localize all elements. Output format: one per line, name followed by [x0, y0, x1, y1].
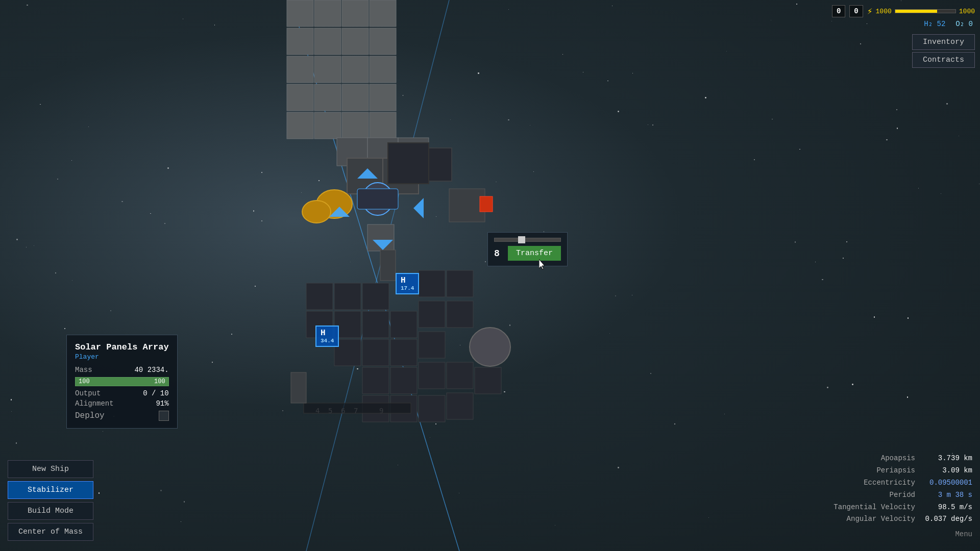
svg-rect-7: [314, 0, 341, 27]
svg-rect-32: [357, 189, 398, 209]
build-mode-button[interactable]: Build Mode: [8, 502, 93, 520]
counter-1: 0: [832, 5, 845, 17]
energy-bar-container: ⚡ 1000 1000: [867, 6, 975, 17]
svg-rect-54: [390, 367, 417, 394]
tangential-value: 98.5 m/s: [921, 502, 972, 514]
hydrogen-label-2: H 34.4: [315, 325, 339, 347]
svg-rect-10: [314, 84, 341, 111]
svg-rect-16: [342, 112, 369, 139]
period-label: Period: [890, 489, 915, 502]
transfer-slider[interactable]: [494, 238, 561, 242]
svg-rect-56: [447, 362, 473, 389]
health-bar: 100 100: [75, 377, 169, 386]
transfer-bottom-row: 8 Transfer: [494, 246, 561, 261]
ship-viewport: 4 5 6 7 9: [0, 0, 980, 551]
svg-rect-38: [334, 283, 361, 310]
hydrogen-label-1: H 17.4: [396, 273, 419, 294]
svg-rect-39: [362, 283, 389, 310]
panel-owner: Player: [75, 353, 169, 361]
health-track: 100 100: [75, 377, 169, 386]
svg-rect-17: [370, 0, 396, 27]
svg-rect-60: [419, 395, 445, 422]
apoapsis-value: 3.739 km: [921, 453, 972, 465]
resource-bar: 0 0 ⚡ 1000 1000: [832, 5, 975, 17]
apoapsis-row: Apoapsis 3.739 km: [834, 453, 972, 465]
svg-rect-51: [419, 332, 445, 358]
svg-rect-71: [304, 403, 411, 413]
panel-title: Solar Panels Array: [75, 342, 169, 352]
angular-value: 0.037 deg/s: [921, 513, 972, 525]
svg-rect-34: [480, 196, 493, 212]
ship-svg: 4 5 6 7 9: [0, 0, 980, 551]
svg-rect-9: [314, 56, 341, 83]
svg-rect-15: [342, 84, 369, 111]
mass-label: Mass: [75, 366, 92, 374]
periapsis-value: 3.09 km: [921, 465, 972, 477]
angular-label: Angular Velocity: [847, 513, 915, 525]
transfer-value: 8: [494, 248, 500, 259]
output-row: Output 0 / 10: [75, 389, 169, 397]
gas-resources: H₂ 52 O₂ 0: [924, 19, 975, 28]
mass-row: Mass 40 2334.: [75, 366, 169, 374]
svg-rect-13: [342, 28, 369, 55]
svg-rect-55: [419, 362, 445, 389]
svg-rect-37: [306, 283, 333, 310]
energy-track: [895, 9, 956, 13]
top-right-hud: 0 0 ⚡ 1000 1000 H₂ 52 O₂ 0 Inventory Con…: [832, 5, 975, 68]
apoapsis-label: Apoapsis: [881, 453, 915, 465]
counter-2: 0: [849, 5, 863, 17]
orbital-info: Apoapsis 3.739 km Periapsis 3.09 km Ecce…: [834, 453, 972, 541]
energy-fill: [895, 10, 938, 13]
eccentricity-value: 0.09500001: [921, 477, 972, 489]
output-label: Output: [75, 389, 101, 397]
inventory-button[interactable]: Inventory: [912, 34, 975, 50]
top-right-buttons: Inventory Contracts: [912, 34, 975, 68]
svg-point-52: [470, 328, 510, 366]
mass-value: 40 2334.: [134, 366, 168, 374]
svg-rect-28: [388, 143, 429, 184]
svg-rect-4: [287, 56, 313, 83]
transfer-button[interactable]: Transfer: [508, 246, 561, 261]
alignment-label: Alignment: [75, 399, 114, 408]
periapsis-row: Periapsis 3.09 km: [834, 465, 972, 477]
eccentricity-label: Eccentricity: [864, 477, 915, 489]
transfer-popup: 8 Transfer: [487, 232, 568, 266]
center-of-mass-button[interactable]: Center of Mass: [8, 523, 93, 541]
svg-marker-65: [413, 198, 424, 218]
counter-2-value: 0: [854, 7, 858, 15]
svg-rect-3: [287, 28, 313, 55]
energy-right: 1000: [959, 8, 975, 15]
alignment-value: 91%: [156, 399, 168, 408]
svg-rect-44: [362, 311, 389, 338]
tangential-row: Tangential Velocity 98.5 m/s: [834, 502, 972, 514]
energy-left: 1000: [876, 8, 892, 15]
svg-point-30: [302, 201, 331, 223]
o2-label: O₂ 0: [955, 19, 973, 28]
svg-rect-2: [287, 0, 313, 27]
energy-icon: ⚡: [867, 6, 873, 17]
svg-rect-20: [370, 84, 396, 111]
svg-rect-72: [291, 372, 306, 403]
svg-rect-53: [362, 367, 389, 394]
period-value: 3 m 38 s: [921, 489, 972, 502]
svg-rect-49: [362, 339, 389, 366]
svg-rect-14: [342, 56, 369, 83]
tangential-label: Tangential Velocity: [834, 502, 915, 514]
svg-rect-36: [380, 250, 396, 281]
contracts-button[interactable]: Contracts: [912, 52, 975, 68]
svg-rect-18: [370, 28, 396, 55]
health-left: 100: [79, 378, 90, 385]
deploy-row: Deploy: [75, 411, 169, 421]
svg-rect-41: [447, 270, 473, 297]
period-row: Period 3 m 38 s: [834, 489, 972, 502]
stabilizer-button[interactable]: Stabilizer: [8, 481, 93, 499]
deploy-checkbox[interactable]: [159, 411, 169, 421]
menu-label[interactable]: Menu: [834, 529, 972, 541]
bottom-left-buttons: New Ship Stabilizer Build Mode Center of…: [8, 460, 93, 541]
svg-rect-6: [287, 112, 313, 139]
svg-rect-40: [419, 270, 445, 297]
svg-rect-50: [390, 339, 417, 366]
new-ship-button[interactable]: New Ship: [8, 460, 93, 478]
svg-rect-8: [314, 28, 341, 55]
svg-rect-21: [370, 112, 396, 139]
